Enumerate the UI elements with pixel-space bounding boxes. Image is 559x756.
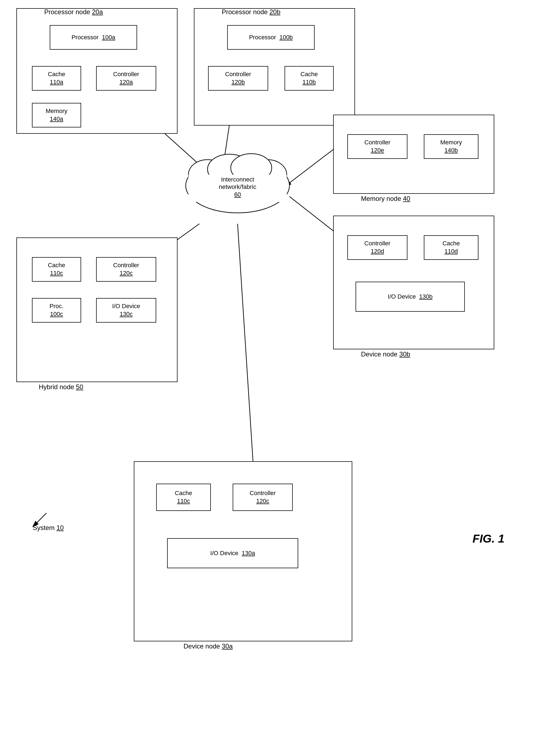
svg-text:network/fabric: network/fabric [219, 183, 256, 190]
processor-node-20b-label: Processor node 20b [222, 8, 281, 16]
processor-100b: Processor 100b [227, 25, 315, 50]
cache-110c-hybrid: Cache110c [32, 257, 81, 282]
device-node-30b: Device node 30b Controller120d Cache110d… [333, 216, 494, 349]
hybrid-node-50: Hybrid node 50 Cache110c Controller120c … [16, 237, 178, 382]
controller-120e: Controller120e [348, 134, 407, 159]
device-node-30a: Device node 30a Cache110c Controller120c… [134, 461, 352, 641]
io-device-130a: I/O Device 130a [167, 538, 298, 568]
svg-line-21 [238, 224, 254, 476]
diagram: Processor node 20a Processor 100a Cache1… [0, 0, 559, 756]
cache-110d: Cache110d [424, 235, 478, 260]
hybrid-node-50-label: Hybrid node 50 [39, 383, 83, 391]
memory-140b: Memory140b [424, 134, 478, 159]
svg-text:Interconnect: Interconnect [221, 176, 254, 183]
controller-120a: Controller120a [96, 66, 156, 91]
svg-line-31 [33, 513, 46, 527]
io-device-130c: I/O Device130c [96, 298, 156, 323]
controller-120b: Controller120b [208, 66, 268, 91]
memory-node-40: Memory node 40 Controller120e Memory140b [333, 115, 494, 194]
svg-text:60: 60 [234, 191, 241, 198]
controller-120d: Controller120d [348, 235, 407, 260]
processor-node-20a: Processor node 20a Processor 100a Cache1… [16, 8, 178, 134]
controller-120c-hybrid: Controller120c [96, 257, 156, 282]
cache-110a: Cache110a [32, 66, 81, 91]
io-device-130b: I/O Device 130b [356, 282, 465, 312]
proc-100c: Proc.100c [32, 298, 81, 323]
controller-120c-dev: Controller120c [233, 483, 293, 511]
cache-110b: Cache110b [285, 66, 334, 91]
cache-110c-dev: Cache110c [156, 483, 211, 511]
system-arrow [27, 511, 54, 532]
interconnect-cloud: Interconnect network/fabric 60 [175, 147, 300, 224]
device-node-30b-label: Device node 30b [361, 350, 410, 358]
fig-label: FIG. 1 [472, 532, 505, 545]
processor-100a: Processor 100a [50, 25, 137, 50]
processor-node-20a-label: Processor node 20a [44, 8, 103, 16]
memory-node-40-label: Memory node 40 [361, 195, 410, 203]
processor-node-20b: Processor node 20b Processor 100b Contro… [194, 8, 355, 125]
memory-140a: Memory140a [32, 103, 81, 127]
device-node-30a-label: Device node 30a [183, 642, 233, 650]
